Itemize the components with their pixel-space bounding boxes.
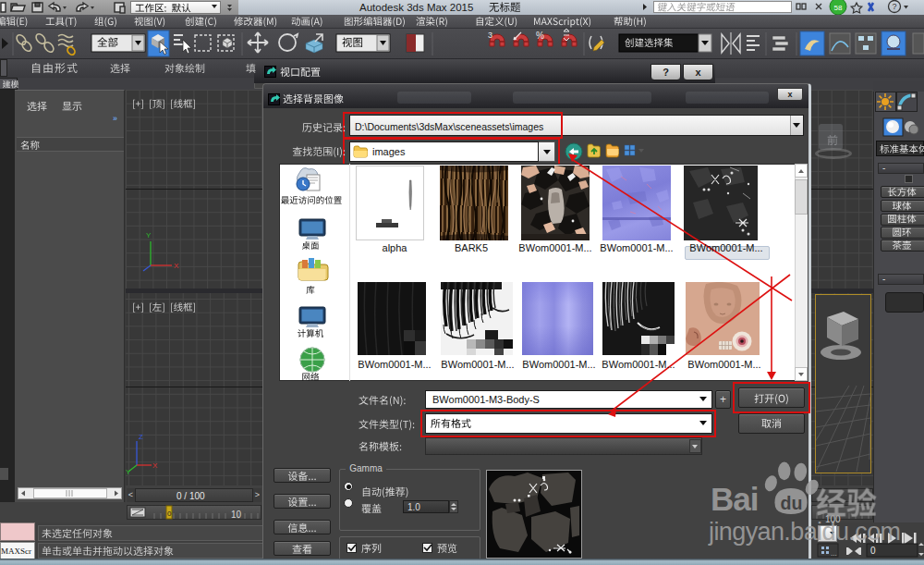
svg-text:X: X — [174, 262, 179, 270]
svg-text:3: 3 — [488, 31, 492, 40]
svg-text:Z: Z — [139, 433, 143, 441]
svg-text:58: 58 — [834, 4, 843, 12]
svg-text:X: X — [152, 461, 158, 470]
svg-text:0: 0 — [167, 510, 172, 518]
svg-text:?: ? — [892, 2, 896, 11]
svg-text:%: % — [536, 31, 544, 41]
svg-text:Y: Y — [146, 231, 152, 240]
svg-text:du: du — [781, 493, 803, 513]
svg-text:Y: Y — [126, 468, 131, 476]
